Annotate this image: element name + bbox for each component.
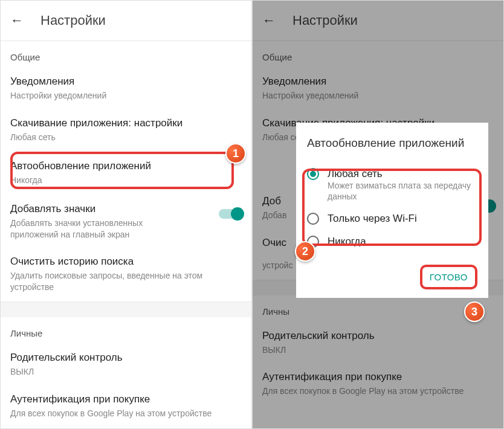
item-title: Родительский контроль [10, 352, 242, 364]
item-sub: Удалить поисковые запросы, введенные на … [10, 270, 242, 293]
section-general: Общие [1, 40, 251, 68]
header: ← Настройки [1, 1, 251, 40]
radio-sub: Может взиматься плата за передачу данных [328, 180, 477, 202]
item-sub: Любая сеть [10, 132, 242, 143]
item-title: Автообновление приложений [10, 160, 242, 172]
item-title: Очистить историю поиска [10, 256, 242, 268]
item-title: Аутентификация при покупке [10, 393, 242, 405]
step-badge-1: 1 [225, 143, 246, 164]
screen-right-dialog: ← Настройки Общие Уведомления Настройки … [252, 0, 504, 429]
toggle-add-icons[interactable] [219, 209, 243, 219]
radio-option-any-network[interactable]: Любая сеть Может взиматься плата за пере… [307, 163, 477, 208]
radio-icon[interactable] [307, 168, 319, 180]
highlight-done: ГОТОВО [420, 265, 477, 289]
radio-label: Любая сеть [328, 168, 477, 180]
item-parental-control[interactable]: Родительский контроль ВЫКЛ [1, 344, 251, 386]
screen-left-settings: ← Настройки Общие Уведомления Настройки … [0, 0, 252, 429]
dialog-title: Автообновление приложений [307, 136, 477, 151]
item-sub: Для всех покупок в Google Play на этом у… [10, 408, 242, 419]
page-title: Настройки [40, 13, 106, 28]
radio-icon[interactable] [307, 213, 319, 225]
radio-label: Никогда [328, 236, 366, 248]
item-sub: Настройки уведомлений [10, 90, 242, 102]
item-auto-update[interactable]: Автообновление приложений Никогда [1, 152, 251, 196]
item-title: Добавлять значки [10, 203, 242, 215]
item-download-prefs[interactable]: Скачивание приложения: настройки Любая с… [1, 110, 251, 152]
radio-label: Только через Wi-Fi [328, 213, 417, 225]
done-button[interactable]: ГОТОВО [425, 268, 473, 286]
back-arrow-icon[interactable]: ← [10, 13, 24, 28]
item-sub: Добавлять значки установленных приложени… [10, 218, 167, 240]
item-title: Скачивание приложения: настройки [10, 117, 242, 129]
section-personal: Личные [1, 317, 251, 344]
item-clear-history[interactable]: Очистить историю поиска Удалить поисковы… [1, 248, 251, 302]
item-add-icons[interactable]: Добавлять значки Добавлять значки устано… [1, 196, 251, 249]
item-notifications[interactable]: Уведомления Настройки уведомлений [1, 68, 251, 110]
divider [1, 302, 251, 317]
item-title: Уведомления [10, 76, 242, 88]
item-sub: Никогда [10, 175, 242, 186]
autoupdate-dialog: Автообновление приложений Любая сеть Мож… [296, 123, 488, 298]
item-purchase-auth[interactable]: Аутентификация при покупке Для всех поку… [1, 386, 251, 428]
item-sub: ВЫКЛ [10, 366, 242, 378]
dialog-actions: ГОТОВО [307, 265, 477, 289]
step-badge-3: 3 [464, 302, 485, 322]
step-badge-2: 2 [295, 241, 315, 262]
radio-option-wifi-only[interactable]: Только через Wi-Fi [307, 208, 477, 231]
radio-option-never[interactable]: Никогда [307, 231, 477, 254]
